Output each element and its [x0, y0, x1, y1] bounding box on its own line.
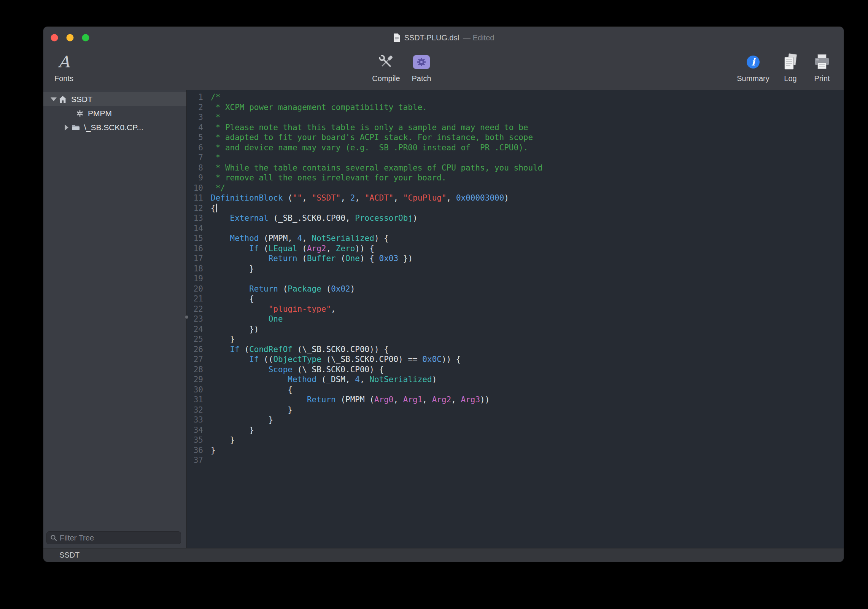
split-divider[interactable] [186, 90, 187, 548]
code-token: ( [321, 284, 331, 293]
code-line-text: * Please note that this table is only a … [207, 123, 528, 133]
filter-tree-field[interactable] [46, 531, 181, 544]
disclosure-down-icon[interactable] [49, 97, 59, 101]
line-number: 25 [187, 334, 207, 344]
code-token: , [331, 304, 336, 314]
code-token [211, 395, 307, 404]
code-token: Zero [336, 244, 355, 253]
code-token: (\_SB.SCK0.CP00)) { [293, 345, 389, 354]
line-number: 26 [187, 344, 207, 355]
code-line: 12{ [187, 203, 844, 214]
sidebar-item-ssdt[interactable]: SSDT [43, 92, 186, 106]
sidebar-item-label: \_SB.SCK0.CP... [84, 123, 143, 132]
code-token: Scope [269, 365, 293, 374]
code-token: } [211, 435, 235, 445]
code-line-text: } [207, 264, 254, 274]
code-token: ( [259, 244, 268, 253]
code-token: , [326, 244, 335, 253]
method-icon [76, 110, 84, 117]
code-line: 29 Method (_DSM, 4, NotSerialized) [187, 375, 844, 385]
window-header: SSDT-PLUG.dsl — Edited A Fonts [43, 27, 844, 90]
window-title: SSDT-PLUG.dsl [404, 33, 459, 42]
line-number: 13 [187, 213, 207, 223]
code-line-text: If (LEqual (Arg2, Zero)) { [207, 244, 374, 254]
line-number: 10 [187, 183, 207, 193]
code-line: 25 } [187, 334, 844, 344]
code-token: */ [211, 183, 225, 193]
document-icon [393, 33, 401, 42]
code-token: "ACDT" [365, 193, 394, 202]
code-line-text: }) [207, 324, 259, 335]
code-line-text: "plugin-type", [207, 304, 336, 314]
code-line: 27 If ((ObjectType (\_SB.SCK0.CP00) == 0… [187, 354, 844, 365]
code-line: 13 External (_SB_.SCK0.CP00, ProcessorOb… [187, 213, 844, 223]
code-token: If [249, 355, 259, 364]
code-line-text: Return (Package (0x02) [207, 284, 355, 294]
code-line: 32 } [187, 405, 844, 415]
line-number: 23 [187, 314, 207, 324]
code-line: 5 * adapted to fit your board's ACPI sta… [187, 132, 844, 143]
code-token: (( [259, 355, 273, 364]
code-editor[interactable]: 1/*2 * XCPM power management compatibili… [187, 90, 844, 548]
patch-button[interactable]: Patch [406, 51, 437, 83]
code-line-text: * remove all the ones irrelevant for you… [207, 173, 447, 183]
titlebar[interactable]: SSDT-PLUG.dsl — Edited [43, 27, 844, 49]
code-line: 34 } [187, 425, 844, 435]
fonts-icon: A [58, 54, 70, 70]
filter-tree-input[interactable] [60, 534, 177, 542]
code-line-text: * XCPM power management compatibility ta… [207, 102, 427, 113]
print-button[interactable]: Print [807, 51, 837, 83]
code-token: 2 [350, 193, 355, 202]
code-token: * XCPM power management compatibility ta… [211, 103, 427, 112]
code-token: * Please note that this table is only a … [211, 123, 528, 132]
code-line: 4 * Please note that this table is only … [187, 123, 844, 133]
sidebar-item-label: PMPM [88, 109, 112, 118]
code-token: (PMPM ( [336, 395, 374, 404]
splitter-handle[interactable] [185, 316, 188, 319]
compile-tools-icon [376, 52, 396, 72]
sidebar-item-label: SSDT [71, 95, 92, 104]
info-icon: i [746, 54, 761, 70]
code-line-text: Return (PMPM (Arg0, Arg1, Arg2, Arg3)) [207, 395, 490, 405]
code-token [211, 284, 249, 293]
code-line-text: } [207, 415, 273, 425]
code-token: If [249, 244, 259, 253]
code-token [211, 314, 269, 324]
line-number: 27 [187, 354, 207, 365]
log-button[interactable]: Log [775, 51, 806, 83]
zoom-button[interactable] [82, 34, 89, 41]
code-token: , [422, 395, 432, 404]
code-line: 16 If (LEqual (Arg2, Zero)) { [187, 244, 844, 254]
code-line-text: * While the table contains several examp… [207, 163, 542, 173]
close-button[interactable] [51, 34, 58, 41]
code-line: 2 * XCPM power management compatibility … [187, 102, 844, 113]
fonts-button[interactable]: A Fonts [46, 51, 82, 83]
compile-button[interactable]: Compile [367, 51, 405, 83]
code-token: , [394, 193, 403, 202]
sidebar-item-pmpm[interactable]: PMPM [43, 106, 186, 120]
minimize-button[interactable] [67, 34, 74, 41]
code-token: ( [336, 254, 345, 263]
line-number: 24 [187, 324, 207, 335]
code-token: * [211, 113, 220, 122]
line-number: 11 [187, 193, 207, 203]
code-line-text: } [207, 405, 293, 415]
line-number: 17 [187, 253, 207, 264]
summary-button-label: Summary [734, 74, 772, 83]
code-line-text: */ [207, 183, 225, 193]
code-line-text [207, 223, 211, 234]
summary-button[interactable]: i Summary [734, 51, 772, 83]
line-number: 16 [187, 244, 207, 254]
code-line: 36} [187, 445, 844, 456]
code-line-text: External (_SB_.SCK0.CP00, ProcessorObj) [207, 213, 418, 223]
code-line: 17 Return (Buffer (One) { 0x03 }) [187, 253, 844, 264]
disclosure-right-icon[interactable] [62, 124, 72, 131]
code-token: CondRefOf [249, 345, 293, 354]
code-line-text: } [207, 425, 254, 435]
code-token: * and device name may vary (e.g. _SB_.PR… [211, 143, 528, 152]
code-token: One [345, 254, 360, 263]
code-token: ( [297, 254, 307, 263]
sidebar-item-sb-sck0-cp[interactable]: \_SB.SCK0.CP... [43, 120, 186, 134]
log-button-label: Log [775, 74, 806, 83]
line-number: 29 [187, 375, 207, 385]
